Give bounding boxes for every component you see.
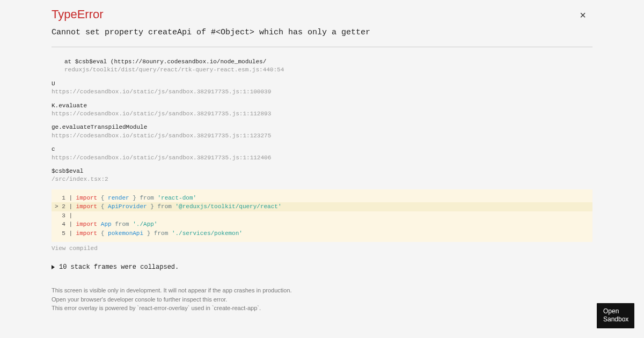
- stack-frame: ge.evaluateTranspiledModule https://code…: [52, 123, 592, 140]
- footer-note: This screen is visible only in developme…: [52, 286, 592, 313]
- triangle-right-icon: [52, 265, 55, 269]
- close-icon[interactable]: ×: [580, 10, 586, 20]
- stack-frame-name: U: [52, 80, 592, 88]
- code-line: 4 | import App from './App': [52, 220, 592, 229]
- stack-frame-name: $csb$eval: [52, 167, 592, 175]
- stack-frame: c https://codesandbox.io/static/js/sandb…: [52, 145, 592, 162]
- view-compiled-link[interactable]: View compiled: [52, 245, 592, 252]
- error-overlay: TypeError Cannot set property createApi …: [0, 0, 644, 324]
- stack-frame: at $csb$eval (https://8ounry.codesandbox…: [52, 58, 592, 75]
- stack-frame-source: /src/index.tsx:2: [52, 175, 592, 183]
- stack-frame-source: https://codesandbox.io/static/js/sandbox…: [52, 110, 592, 118]
- collapsed-frames-label: 10 stack frames were collapsed.: [59, 263, 179, 271]
- stack-frame-source: https://codesandbox.io/static/js/sandbox…: [52, 154, 592, 162]
- stack-frame: $csb$eval /src/index.tsx:2: [52, 167, 592, 184]
- stack-frame-source: reduxjs/toolkit/dist/query/react/rtk-que…: [64, 66, 592, 74]
- code-snippet: 1 | import { render } from 'react-dom' >…: [52, 189, 592, 243]
- stack-frame: K.evaluate https://codesandbox.io/static…: [52, 102, 592, 119]
- divider: [52, 47, 592, 47]
- error-title: TypeError: [52, 8, 592, 21]
- stack-frame-name: c: [52, 145, 592, 153]
- code-line: 1 | import { render } from 'react-dom': [52, 194, 592, 203]
- footer-line: Open your browser's developer console to…: [52, 295, 592, 304]
- error-message: Cannot set property createApi of #<Objec…: [52, 28, 592, 37]
- footer-line: This error overlay is powered by `react-…: [52, 304, 592, 313]
- code-line: 5 | import { pokemonApi } from './servic…: [52, 229, 592, 238]
- footer-line: This screen is visible only in developme…: [52, 286, 592, 295]
- code-line-highlight: > 2 | import { ApiProvider } from '@redu…: [52, 202, 592, 211]
- stack-frame-source: https://codesandbox.io/static/js/sandbox…: [52, 88, 592, 96]
- stack-frame-name: at $csb$eval (https://8ounry.codesandbox…: [64, 58, 592, 66]
- open-sandbox-button[interactable]: Open Sandbox: [597, 303, 634, 328]
- stack-frame: U https://codesandbox.io/static/js/sandb…: [52, 80, 592, 97]
- stack-frame-name: K.evaluate: [52, 102, 592, 110]
- code-line: 3 |: [52, 211, 592, 221]
- collapsed-frames-toggle[interactable]: 10 stack frames were collapsed.: [52, 263, 592, 271]
- stack-frame-source: https://codesandbox.io/static/js/sandbox…: [52, 132, 592, 140]
- stack-frame-name: ge.evaluateTranspiledModule: [52, 123, 592, 131]
